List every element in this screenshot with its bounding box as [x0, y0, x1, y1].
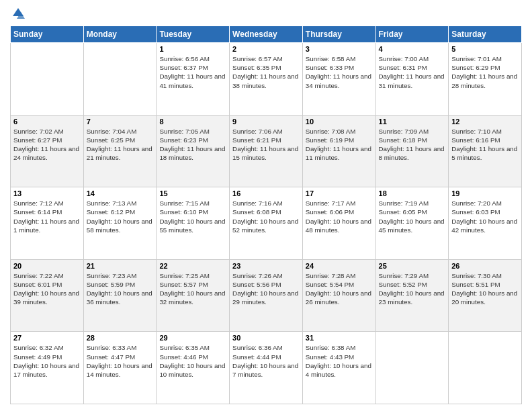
day-number: 23	[232, 262, 300, 270]
day-info: Sunrise: 6:36 AMSunset: 4:44 PMDaylight:…	[232, 343, 300, 379]
logo	[10, 7, 25, 20]
calendar-cell: 8Sunrise: 7:05 AMSunset: 6:23 PMDaylight…	[157, 115, 230, 187]
day-number: 1	[159, 45, 226, 53]
day-number: 13	[13, 189, 81, 197]
calendar-cell: 11Sunrise: 7:09 AMSunset: 6:18 PMDayligh…	[375, 115, 449, 187]
day-number: 31	[306, 334, 373, 342]
calendar-cell	[375, 332, 449, 404]
day-info: Sunrise: 7:02 AMSunset: 6:27 PMDaylight:…	[13, 127, 81, 163]
calendar-cell: 23Sunrise: 7:26 AMSunset: 5:56 PMDayligh…	[230, 259, 303, 332]
day-info: Sunrise: 6:33 AMSunset: 4:47 PMDaylight:…	[87, 343, 154, 379]
calendar-cell: 24Sunrise: 7:28 AMSunset: 5:54 PMDayligh…	[302, 259, 375, 332]
day-number: 8	[159, 118, 226, 126]
day-info: Sunrise: 7:22 AMSunset: 6:01 PMDaylight:…	[13, 271, 81, 307]
day-info: Sunrise: 7:25 AMSunset: 5:57 PMDaylight:…	[159, 271, 226, 307]
day-info: Sunrise: 7:09 AMSunset: 6:18 PMDaylight:…	[379, 127, 446, 163]
calendar-cell: 19Sunrise: 7:20 AMSunset: 6:03 PMDayligh…	[449, 187, 522, 260]
day-number: 27	[13, 334, 81, 342]
day-info: Sunrise: 7:23 AMSunset: 5:59 PMDaylight:…	[87, 271, 154, 307]
calendar-cell: 17Sunrise: 7:17 AMSunset: 6:06 PMDayligh…	[302, 187, 375, 260]
day-info: Sunrise: 6:35 AMSunset: 4:46 PMDaylight:…	[159, 343, 226, 379]
day-of-week-header: Thursday	[302, 26, 375, 43]
day-number: 5	[451, 45, 519, 53]
day-info: Sunrise: 6:57 AMSunset: 6:35 PMDaylight:…	[232, 54, 300, 90]
logo-icon	[11, 7, 25, 20]
page: SundayMondayTuesdayWednesdayThursdayFrid…	[0, 0, 532, 411]
day-number: 18	[379, 189, 446, 197]
day-info: Sunrise: 6:32 AMSunset: 4:49 PMDaylight:…	[13, 343, 81, 379]
calendar-cell: 20Sunrise: 7:22 AMSunset: 6:01 PMDayligh…	[11, 259, 84, 332]
day-number: 3	[306, 45, 373, 53]
calendar: SundayMondayTuesdayWednesdayThursdayFrid…	[10, 26, 522, 404]
day-number: 2	[232, 45, 300, 53]
day-of-week-header: Wednesday	[230, 26, 303, 43]
day-info: Sunrise: 7:30 AMSunset: 5:51 PMDaylight:…	[451, 271, 519, 307]
day-number: 9	[232, 118, 300, 126]
day-number: 24	[306, 262, 373, 270]
day-info: Sunrise: 7:16 AMSunset: 6:08 PMDaylight:…	[232, 199, 300, 234]
day-of-week-header: Sunday	[11, 26, 84, 43]
calendar-cell: 1Sunrise: 6:56 AMSunset: 6:37 PMDaylight…	[157, 43, 230, 116]
day-info: Sunrise: 7:26 AMSunset: 5:56 PMDaylight:…	[232, 271, 300, 307]
calendar-cell	[83, 43, 157, 116]
day-number: 15	[159, 189, 226, 197]
day-info: Sunrise: 7:10 AMSunset: 6:16 PMDaylight:…	[451, 127, 519, 163]
day-info: Sunrise: 6:56 AMSunset: 6:37 PMDaylight:…	[159, 54, 226, 90]
calendar-cell: 25Sunrise: 7:29 AMSunset: 5:52 PMDayligh…	[375, 259, 449, 332]
day-info: Sunrise: 7:08 AMSunset: 6:19 PMDaylight:…	[306, 127, 373, 163]
calendar-cell: 26Sunrise: 7:30 AMSunset: 5:51 PMDayligh…	[449, 259, 522, 332]
day-number: 7	[87, 118, 154, 126]
day-number: 19	[451, 189, 519, 197]
calendar-cell: 15Sunrise: 7:15 AMSunset: 6:10 PMDayligh…	[157, 187, 230, 260]
day-of-week-header: Saturday	[449, 26, 522, 43]
day-of-week-header: Tuesday	[157, 26, 230, 43]
day-info: Sunrise: 7:05 AMSunset: 6:23 PMDaylight:…	[159, 127, 226, 163]
calendar-cell: 14Sunrise: 7:13 AMSunset: 6:12 PMDayligh…	[83, 187, 157, 260]
day-info: Sunrise: 7:19 AMSunset: 6:05 PMDaylight:…	[379, 199, 446, 234]
calendar-cell: 30Sunrise: 6:36 AMSunset: 4:44 PMDayligh…	[230, 332, 303, 404]
calendar-cell: 29Sunrise: 6:35 AMSunset: 4:46 PMDayligh…	[157, 332, 230, 404]
day-info: Sunrise: 7:15 AMSunset: 6:10 PMDaylight:…	[159, 199, 226, 234]
header	[10, 7, 522, 20]
day-info: Sunrise: 6:38 AMSunset: 4:43 PMDaylight:…	[306, 343, 373, 379]
day-info: Sunrise: 7:04 AMSunset: 6:25 PMDaylight:…	[87, 127, 154, 163]
day-info: Sunrise: 7:13 AMSunset: 6:12 PMDaylight:…	[87, 199, 154, 234]
calendar-cell: 3Sunrise: 6:58 AMSunset: 6:33 PMDaylight…	[302, 43, 375, 116]
day-number: 10	[306, 118, 373, 126]
day-info: Sunrise: 6:58 AMSunset: 6:33 PMDaylight:…	[306, 54, 373, 90]
day-info: Sunrise: 7:01 AMSunset: 6:29 PMDaylight:…	[451, 54, 519, 90]
calendar-cell: 4Sunrise: 7:00 AMSunset: 6:31 PMDaylight…	[375, 43, 449, 116]
calendar-cell: 31Sunrise: 6:38 AMSunset: 4:43 PMDayligh…	[302, 332, 375, 404]
day-number: 4	[379, 45, 446, 53]
calendar-cell	[449, 332, 522, 404]
calendar-cell: 5Sunrise: 7:01 AMSunset: 6:29 PMDaylight…	[449, 43, 522, 116]
calendar-cell: 18Sunrise: 7:19 AMSunset: 6:05 PMDayligh…	[375, 187, 449, 260]
day-number: 28	[87, 334, 154, 342]
day-number: 22	[159, 262, 226, 270]
day-number: 12	[451, 118, 519, 126]
calendar-cell: 9Sunrise: 7:06 AMSunset: 6:21 PMDaylight…	[230, 115, 303, 187]
calendar-cell: 28Sunrise: 6:33 AMSunset: 4:47 PMDayligh…	[83, 332, 157, 404]
calendar-cell	[11, 43, 84, 116]
calendar-cell: 13Sunrise: 7:12 AMSunset: 6:14 PMDayligh…	[11, 187, 84, 260]
calendar-cell: 7Sunrise: 7:04 AMSunset: 6:25 PMDaylight…	[83, 115, 157, 187]
calendar-cell: 10Sunrise: 7:08 AMSunset: 6:19 PMDayligh…	[302, 115, 375, 187]
day-info: Sunrise: 7:06 AMSunset: 6:21 PMDaylight:…	[232, 127, 300, 163]
day-info: Sunrise: 7:28 AMSunset: 5:54 PMDaylight:…	[306, 271, 373, 307]
calendar-cell: 21Sunrise: 7:23 AMSunset: 5:59 PMDayligh…	[83, 259, 157, 332]
day-number: 26	[451, 262, 519, 270]
day-number: 29	[159, 334, 226, 342]
day-of-week-header: Monday	[83, 26, 157, 43]
day-info: Sunrise: 7:20 AMSunset: 6:03 PMDaylight:…	[451, 199, 519, 234]
calendar-cell: 27Sunrise: 6:32 AMSunset: 4:49 PMDayligh…	[11, 332, 84, 404]
day-info: Sunrise: 7:17 AMSunset: 6:06 PMDaylight:…	[306, 199, 373, 234]
day-info: Sunrise: 7:00 AMSunset: 6:31 PMDaylight:…	[379, 54, 446, 90]
calendar-cell: 12Sunrise: 7:10 AMSunset: 6:16 PMDayligh…	[449, 115, 522, 187]
day-number: 11	[379, 118, 446, 126]
day-number: 21	[87, 262, 154, 270]
day-info: Sunrise: 7:12 AMSunset: 6:14 PMDaylight:…	[13, 199, 81, 234]
day-info: Sunrise: 7:29 AMSunset: 5:52 PMDaylight:…	[379, 271, 446, 307]
calendar-cell: 6Sunrise: 7:02 AMSunset: 6:27 PMDaylight…	[11, 115, 84, 187]
calendar-cell: 22Sunrise: 7:25 AMSunset: 5:57 PMDayligh…	[157, 259, 230, 332]
day-number: 14	[87, 189, 154, 197]
